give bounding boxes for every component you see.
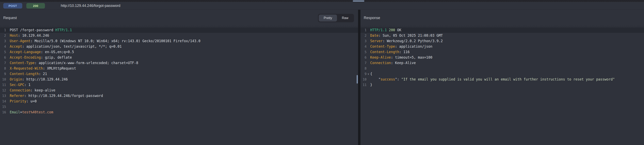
line-number: 5 [0, 49, 6, 55]
request-editor[interactable]: 1POST /forgot-password HTTP/1.12Host: 10… [0, 26, 358, 115]
response-pane-header: Response [360, 10, 644, 26]
code-text: Origin: http://10.129.44.246 [10, 77, 68, 82]
code-line[interactable]: 14Priority: u=0 [0, 99, 358, 104]
line-number: 1 [360, 27, 366, 33]
response-pane: Response 1HTTP/1.1 200 OK2Date: Sun, 05 … [360, 10, 644, 145]
response-title: Response [364, 16, 380, 20]
line-number: 2 [360, 33, 366, 38]
line-number: 5 [360, 49, 366, 55]
line-number: 3 [360, 38, 366, 44]
line-number: 10 [0, 77, 6, 82]
code-line[interactable]: 15 [0, 104, 358, 109]
code-line[interactable]: 9∨{ [360, 71, 644, 77]
code-text: Accept-Language: en-US,en;q=0.5 [10, 49, 74, 55]
line-number: 6 [360, 55, 366, 60]
code-line[interactable]: 16Email=test%40test.com [0, 109, 358, 115]
code-text: Date: Sun, 05 Oct 2025 21:08:03 GMT [370, 33, 443, 38]
line-number: 6 [0, 55, 6, 60]
line-number: 8 [360, 66, 366, 71]
code-text: Keep-Alive: timeout=5, max=100 [370, 55, 432, 60]
line-number: 9 [0, 71, 6, 77]
code-text: Content-Length: 21 [10, 71, 47, 77]
request-pane: Request Pretty Raw 1POST /forgot-passwor… [0, 10, 358, 145]
code-text: Server: Werkzeug/2.0.2 Python/3.9.2 [370, 38, 443, 44]
line-number: 2 [0, 33, 6, 38]
code-line[interactable]: 11} [360, 82, 644, 88]
code-line[interactable]: 11Sec-GPC: 1 [0, 82, 358, 88]
code-text: Connection: Keep-Alive [370, 60, 416, 66]
code-text: Referer: http://10.129.44.246/forgot-pas… [10, 93, 103, 99]
code-text: HTTP/1.1 200 OK [370, 27, 402, 33]
code-line[interactable]: 10 "success": "If the email you supplied… [360, 77, 644, 82]
code-line[interactable]: 6Accept-Encoding: gzip, deflate [0, 55, 358, 60]
code-text: { [370, 71, 372, 77]
code-line[interactable]: 4Content-Type: application/json [360, 44, 644, 49]
code-line[interactable]: 7Content-Type: application/x-www-form-ur… [0, 60, 358, 66]
code-text: Content-Type: application/x-www-form-url… [10, 60, 138, 66]
line-number: 4 [360, 44, 366, 49]
line-number: 14 [0, 99, 6, 104]
request-url: http://10.129.44.246/forgot-password [61, 4, 120, 8]
request-pane-header: Request Pretty Raw [0, 10, 358, 26]
line-number: 11 [0, 82, 6, 88]
code-text: Priority: u=0 [10, 99, 37, 104]
code-line[interactable]: 1HTTP/1.1 200 OK [360, 27, 644, 33]
code-line[interactable]: 8X-Requested-With: XMLHttpRequest [0, 66, 358, 71]
split-panes: Request Pretty Raw 1POST /forgot-passwor… [0, 10, 644, 145]
code-line[interactable]: 4Accept: application/json, text/javascri… [0, 44, 358, 49]
code-line[interactable]: 12Connection: keep-alive [0, 88, 358, 93]
code-text: Connection: keep-alive [10, 88, 55, 93]
code-line[interactable]: 5Content-Length: 116 [360, 49, 644, 55]
line-number: 4 [0, 44, 6, 49]
code-text: "success": "If the email you supplied is… [370, 77, 615, 82]
line-number: 1 [0, 27, 6, 33]
fold-toggle-icon[interactable]: ∨ [366, 71, 370, 77]
line-number: 13 [0, 93, 6, 99]
tab-raw[interactable]: Raw [337, 15, 353, 22]
line-number: 16 [0, 109, 6, 115]
code-text: User-Agent: Mozilla/5.0 (Windows NT 10.0… [10, 38, 200, 44]
tab-pretty[interactable]: Pretty [319, 15, 337, 22]
line-number: 7 [0, 60, 6, 66]
code-line[interactable]: 3Server: Werkzeug/2.0.2 Python/3.9.2 [360, 38, 644, 44]
code-line[interactable]: 6Keep-Alive: timeout=5, max=100 [360, 55, 644, 60]
code-text: } [370, 82, 372, 88]
method-badge: POST [3, 3, 22, 9]
code-text: Accept: application/json, text/javascrip… [10, 44, 122, 49]
code-line[interactable]: 8 [360, 66, 644, 71]
code-text: Email=test%40test.com [10, 109, 53, 115]
line-number: 11 [360, 82, 366, 88]
line-number: 15 [0, 104, 6, 109]
line-number: 7 [360, 60, 366, 66]
code-line[interactable]: 7Connection: Keep-Alive [360, 60, 644, 66]
code-text: Content-Type: application/json [370, 44, 432, 49]
response-editor[interactable]: 1HTTP/1.1 200 OK2Date: Sun, 05 Oct 2025 … [360, 26, 644, 88]
code-line[interactable]: 2Date: Sun, 05 Oct 2025 21:08:03 GMT [360, 33, 644, 38]
code-line[interactable]: 1POST /forgot-password HTTP/1.1 [0, 27, 358, 33]
line-number: 9 [360, 71, 366, 77]
request-vertical-scrollbar-thumb[interactable] [357, 75, 358, 84]
status-code-badge: 200 [26, 3, 45, 9]
line-number: 12 [0, 88, 6, 93]
code-line[interactable]: 9Content-Length: 21 [0, 71, 358, 77]
code-line[interactable]: 10Origin: http://10.129.44.246 [0, 77, 358, 82]
code-text: X-Requested-With: XMLHttpRequest [10, 66, 76, 71]
code-line[interactable]: 13Referer: http://10.129.44.246/forgot-p… [0, 93, 358, 99]
request-title: Request [3, 16, 17, 20]
code-text: Accept-Encoding: gzip, deflate [10, 55, 72, 60]
horizontal-scrollbar-thumb[interactable] [353, 1, 364, 2]
code-line[interactable]: 3User-Agent: Mozilla/5.0 (Windows NT 10.… [0, 38, 358, 44]
code-text: Sec-GPC: 1 [10, 82, 30, 88]
line-number: 8 [0, 66, 6, 71]
view-mode-toggle: Pretty Raw [318, 14, 354, 22]
code-text: Host: 10.129.44.246 [10, 33, 49, 38]
top-scrollbar-track [0, 0, 644, 2]
code-text: Content-Length: 116 [370, 49, 410, 55]
code-text: POST /forgot-password HTTP/1.1 [10, 27, 72, 33]
line-number: 10 [360, 77, 366, 82]
request-summary-bar: POST 200 http://10.129.44.246/forgot-pas… [0, 2, 644, 10]
line-number: 3 [0, 38, 6, 44]
pane-divider[interactable] [358, 10, 360, 145]
code-line[interactable]: 5Accept-Language: en-US,en;q=0.5 [0, 49, 358, 55]
code-line[interactable]: 2Host: 10.129.44.246 [0, 33, 358, 38]
